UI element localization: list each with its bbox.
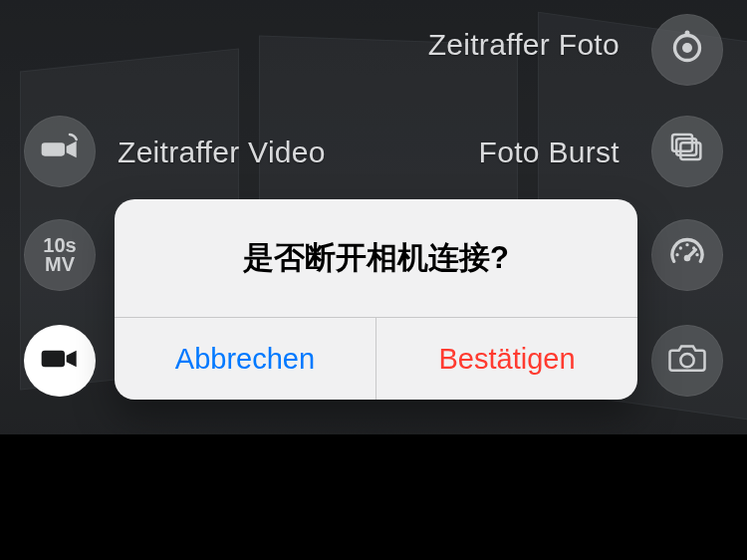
letterbox-bottom <box>0 434 747 560</box>
mode-button-timelapse-photo[interactable] <box>651 14 723 86</box>
mode-button-timelapse-video[interactable] <box>24 116 96 187</box>
svg-point-10 <box>685 243 688 246</box>
alert-buttons: Abbrechen Bestätigen <box>115 318 637 400</box>
cancel-button[interactable]: Abbrechen <box>115 318 376 400</box>
video-icon <box>40 339 80 383</box>
speedometer-icon <box>667 233 707 277</box>
mode-label-foto-burst[interactable]: Foto Burst <box>479 136 620 169</box>
svg-point-8 <box>675 253 678 256</box>
photo-icon <box>667 339 707 383</box>
svg-point-2 <box>685 31 690 36</box>
mode-label-timelapse-video[interactable]: Zeitraffer Video <box>118 136 326 169</box>
mode-button-video[interactable] <box>24 325 96 397</box>
svg-line-7 <box>687 250 695 258</box>
timelapse-photo-icon <box>667 28 707 72</box>
svg-point-12 <box>695 253 698 256</box>
timelapse-video-icon <box>40 130 80 173</box>
alert-title: 是否断开相机连接? <box>115 199 637 318</box>
svg-point-9 <box>679 246 682 249</box>
ten-sec-mv-line2: MV <box>43 255 76 274</box>
mode-button-foto-burst[interactable] <box>651 116 723 187</box>
disconnect-camera-alert: 是否断开相机连接? Abbrechen Bestätigen <box>115 199 637 400</box>
mode-label-timelapse-photo[interactable]: Zeitraffer Foto <box>428 28 620 62</box>
mode-button-10s-mv[interactable]: 10s MV <box>24 219 96 291</box>
mode-button-speedometer[interactable] <box>651 219 723 291</box>
confirm-button[interactable]: Bestätigen <box>376 318 637 400</box>
ten-sec-mv-icon: 10s MV <box>43 236 76 274</box>
svg-point-13 <box>680 354 693 367</box>
camera-app-viewfinder: Zeitraffer Foto Zeitraffer Video Foto Bu… <box>0 0 747 560</box>
svg-point-11 <box>692 246 695 249</box>
svg-point-1 <box>682 43 692 53</box>
mode-button-photo[interactable] <box>651 325 723 397</box>
burst-icon <box>667 130 707 173</box>
